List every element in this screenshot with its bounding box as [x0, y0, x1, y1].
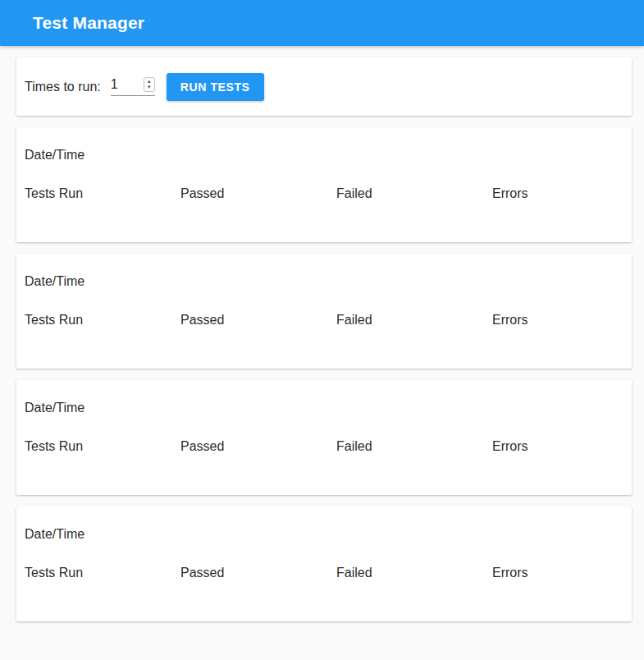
- date-time-label: Date/Time: [25, 526, 623, 542]
- stats-row: Tests Run Passed Failed Errors: [25, 565, 623, 580]
- passed-label: Passed: [180, 312, 336, 328]
- test-result-card: Date/Time Tests Run Passed Failed Errors: [16, 380, 632, 495]
- passed-label: Passed: [180, 565, 336, 580]
- tests-run-label: Tests Run: [25, 312, 180, 328]
- errors-label: Errors: [492, 186, 644, 201]
- errors-label: Errors: [492, 312, 644, 328]
- stepper-down-icon[interactable]: ▼: [147, 85, 152, 90]
- stepper-up-icon[interactable]: ▲: [147, 79, 152, 85]
- stats-row: Tests Run Passed Failed Errors: [25, 186, 623, 201]
- times-to-run-field[interactable]: ▲ ▼: [111, 77, 155, 96]
- test-result-card: Date/Time Tests Run Passed Failed Errors: [16, 506, 632, 621]
- failed-label: Failed: [336, 186, 492, 201]
- run-tests-button[interactable]: RUN TESTS: [167, 73, 264, 101]
- test-result-card: Date/Time Tests Run Passed Failed Errors: [16, 254, 632, 369]
- tests-run-label: Tests Run: [25, 186, 180, 201]
- stats-row: Tests Run Passed Failed Errors: [25, 438, 623, 454]
- number-stepper[interactable]: ▲ ▼: [144, 77, 155, 92]
- tests-run-label: Tests Run: [25, 438, 180, 454]
- date-time-label: Date/Time: [25, 273, 623, 289]
- tests-run-label: Tests Run: [25, 565, 180, 580]
- app-root: Test Manager Times to run: ▲ ▼ RUN TESTS…: [0, 0, 644, 621]
- passed-label: Passed: [180, 186, 336, 201]
- date-time-label: Date/Time: [25, 400, 623, 415]
- date-time-label: Date/Time: [25, 147, 623, 163]
- times-to-run-label: Times to run:: [25, 80, 101, 94]
- page-title: Test Manager: [33, 13, 144, 33]
- run-controls-card: Times to run: ▲ ▼ RUN TESTS: [16, 57, 632, 116]
- passed-label: Passed: [180, 438, 336, 454]
- failed-label: Failed: [336, 565, 492, 580]
- failed-label: Failed: [336, 438, 492, 454]
- main-content: Times to run: ▲ ▼ RUN TESTS Date/Time Te…: [0, 46, 644, 621]
- app-bar: Test Manager: [0, 0, 644, 46]
- stats-row: Tests Run Passed Failed Errors: [25, 312, 623, 328]
- times-to-run-input[interactable]: [111, 77, 135, 92]
- failed-label: Failed: [336, 312, 492, 328]
- errors-label: Errors: [492, 565, 644, 580]
- test-result-card: Date/Time Tests Run Passed Failed Errors: [16, 127, 632, 242]
- errors-label: Errors: [492, 438, 644, 454]
